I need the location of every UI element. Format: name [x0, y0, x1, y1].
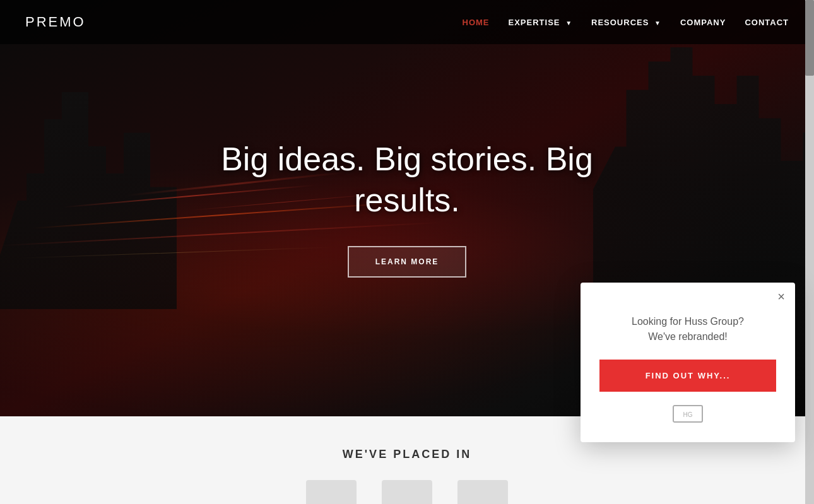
nav-link-resources[interactable]: RESOURCES ▼	[591, 18, 661, 27]
modal-cta-button[interactable]: FIND OUT WHY...	[599, 360, 776, 392]
nav-link-expertise[interactable]: EXPERTISE ▼	[509, 18, 573, 27]
nav-link-company[interactable]: COMPANY	[680, 18, 726, 27]
nav-links: HOME EXPERTISE ▼ RESOURCES ▼ COMPANY CON…	[463, 16, 789, 28]
partner-logo	[306, 480, 357, 504]
modal-icon-row: HG	[599, 404, 776, 423]
modal-close-button[interactable]: ×	[777, 290, 785, 303]
chevron-down-icon: ▼	[654, 20, 661, 26]
navbar: PREMO HOME EXPERTISE ▼ RESOURCES ▼ COMPA…	[0, 0, 814, 44]
nav-item-contact: CONTACT	[745, 16, 789, 28]
nav-link-home[interactable]: HOME	[463, 18, 490, 27]
rebrand-modal: × Looking for Huss Group? We've rebrande…	[581, 283, 795, 442]
placed-in-title: WE'VE PLACED IN	[25, 448, 789, 461]
chevron-down-icon: ▼	[565, 20, 572, 26]
modal-message: Looking for Huss Group? We've rebranded!	[599, 314, 776, 344]
page-wrapper: PREMO HOME EXPERTISE ▼ RESOURCES ▼ COMPA…	[0, 0, 814, 504]
nav-item-company: COMPANY	[680, 16, 726, 28]
nav-item-resources: RESOURCES ▼	[591, 16, 661, 28]
hero-cta-button[interactable]: LEARN MORE	[348, 246, 467, 278]
nav-link-contact[interactable]: CONTACT	[745, 18, 789, 27]
svg-text:HG: HG	[683, 411, 693, 418]
logos-row	[25, 480, 789, 504]
nav-item-expertise: EXPERTISE ▼	[509, 16, 573, 28]
partner-logo	[382, 480, 432, 504]
logo[interactable]: PREMO	[25, 14, 86, 30]
partner-logo	[457, 480, 508, 504]
huss-group-icon: HG	[672, 404, 704, 423]
hero-title: Big ideas. Big stories. Big results.	[218, 139, 596, 221]
hero-content: Big ideas. Big stories. Big results. LEA…	[218, 139, 596, 278]
modal-body: Looking for Huss Group? We've rebranded!…	[581, 283, 795, 442]
nav-item-home: HOME	[463, 16, 490, 28]
scrollbar[interactable]	[805, 0, 814, 504]
scrollbar-thumb[interactable]	[805, 0, 814, 76]
